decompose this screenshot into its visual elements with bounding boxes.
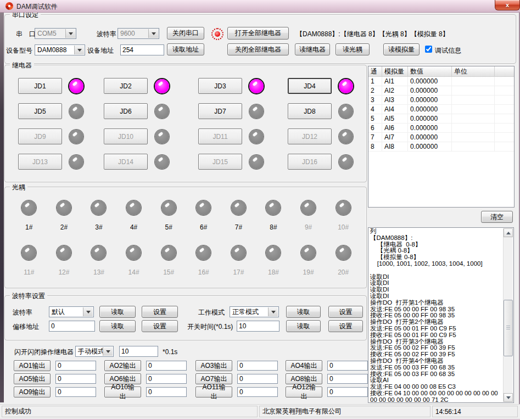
- table-row[interactable]: 4 AI4 0.000000: [368, 105, 514, 114]
- relay-button[interactable]: JD11: [198, 128, 242, 144]
- offset-read-button[interactable]: 读取: [99, 320, 136, 332]
- relay-button[interactable]: JD3: [198, 78, 242, 94]
- analog-output-input[interactable]: [146, 374, 187, 384]
- close-serial-button[interactable]: 关闭串口: [167, 27, 204, 40]
- device-model-combobox[interactable]: DAM0888: [35, 44, 85, 55]
- analog-output-input[interactable]: [146, 387, 187, 397]
- table-row[interactable]: 5 AI5 0.000000: [368, 114, 514, 124]
- flash-operate-label: 闪开闪闭操作继电器: [14, 348, 74, 357]
- log-scrollbar[interactable]: [503, 228, 513, 402]
- col-header-value[interactable]: 数值: [408, 66, 452, 76]
- analog-output-button[interactable]: AO4输出: [286, 360, 322, 371]
- table-row[interactable]: 6 AI6 0.000000: [368, 124, 514, 133]
- analog-output-button[interactable]: AO1输出: [14, 360, 51, 371]
- flash-time-input[interactable]: [119, 346, 158, 357]
- relay-button[interactable]: JD9: [18, 128, 62, 144]
- table-row[interactable]: 2 AI2 0.000000: [368, 86, 514, 96]
- read-relays-button[interactable]: 读继电器: [295, 43, 330, 55]
- switch-time-set-button[interactable]: 设置: [328, 320, 363, 332]
- chevron-down-icon[interactable]: [83, 307, 93, 316]
- title-bar[interactable]: DAM调试软件 x: [0, 0, 520, 13]
- offset-address-input[interactable]: [49, 321, 95, 332]
- relay-button[interactable]: JD6: [104, 103, 148, 119]
- offset-set-button[interactable]: 设置: [142, 320, 178, 332]
- relay-led-indicator: [69, 104, 83, 119]
- work-mode-read-button[interactable]: 读取: [286, 306, 321, 318]
- col-header-unit[interactable]: 单位: [452, 66, 495, 76]
- relay-button[interactable]: JD10: [104, 128, 148, 144]
- relay-button[interactable]: JD15: [198, 154, 242, 170]
- relay-button[interactable]: JD2: [104, 78, 148, 94]
- relay-button[interactable]: JD12: [288, 128, 332, 144]
- relay-button[interactable]: JD16: [288, 154, 332, 170]
- open-all-relays-button[interactable]: 打开全部继电器: [227, 27, 289, 40]
- analog-output-button[interactable]: AO12输出: [286, 387, 322, 397]
- col-header-channel[interactable]: 通: [368, 66, 382, 76]
- scroll-down-icon[interactable]: [504, 393, 513, 402]
- chevron-down-icon[interactable]: [74, 46, 84, 54]
- analog-output-button[interactable]: AO3输出: [195, 360, 232, 371]
- relay-button[interactable]: JD1: [18, 78, 62, 94]
- read-analog-button[interactable]: 读模拟量: [383, 43, 420, 55]
- switch-time-read-button[interactable]: 读取: [286, 320, 321, 332]
- analog-output-input[interactable]: [55, 374, 96, 384]
- relay-led-indicator: [249, 79, 264, 93]
- scrollbar-thumb[interactable]: [504, 300, 513, 356]
- flash-mode-combobox[interactable]: 手动模式: [75, 346, 114, 357]
- port-combobox[interactable]: COM5: [35, 28, 76, 39]
- read-address-button[interactable]: 读取地址: [167, 43, 204, 55]
- table-row[interactable]: 3 AI3 0.000000: [368, 96, 514, 105]
- switch-time-input[interactable]: [237, 321, 279, 332]
- debug-info-checkbox[interactable]: [425, 46, 432, 53]
- relay-group: 继电器 JD1 JD2 JD3 JD4 JD5: [4, 65, 367, 182]
- analog-table-header: 通 模拟量 数值 单位: [368, 66, 514, 77]
- baudrate-combobox[interactable]: 9600: [118, 28, 159, 39]
- analog-output-input[interactable]: [55, 387, 96, 397]
- analog-output-button[interactable]: AO9输出: [14, 387, 51, 397]
- analog-output-button[interactable]: AO5输出: [14, 373, 51, 384]
- chevron-down-icon[interactable]: [268, 307, 278, 316]
- analog-output-input[interactable]: [237, 361, 278, 371]
- analog-output-input[interactable]: [327, 374, 368, 384]
- scroll-up-icon[interactable]: [504, 228, 513, 237]
- analog-output-input[interactable]: [237, 374, 278, 384]
- baud-set-button[interactable]: 设置: [142, 306, 178, 318]
- work-mode-set-button[interactable]: 设置: [328, 306, 363, 318]
- baud-read-button[interactable]: 读取: [99, 306, 136, 318]
- table-row[interactable]: 7 AI7 0.000000: [368, 133, 514, 142]
- analog-output-input[interactable]: [237, 387, 278, 397]
- col-header-analog[interactable]: 模拟量: [382, 66, 408, 76]
- chevron-down-icon[interactable]: [65, 29, 75, 38]
- analog-output-input[interactable]: [146, 361, 187, 371]
- device-address-input[interactable]: [120, 44, 164, 55]
- close-all-relays-button[interactable]: 关闭全部继电器: [227, 43, 289, 55]
- analog-output-button[interactable]: AO11输出: [195, 387, 232, 397]
- baudrate-cfg-combobox[interactable]: 默认: [49, 306, 94, 317]
- chevron-down-icon[interactable]: [103, 347, 113, 356]
- opto-led-indicator: [161, 200, 176, 215]
- chevron-down-icon[interactable]: [148, 29, 158, 38]
- relay-button[interactable]: JD14: [104, 154, 148, 170]
- analog-output-input[interactable]: [327, 387, 368, 397]
- log-panel[interactable]: 列 【DAM0888】: 【继电器 0-8】 【光耦 0-8】 【模拟量 0-8…: [368, 227, 514, 403]
- analog-output-button[interactable]: AO10输出: [104, 387, 141, 397]
- relay-led-indicator: [249, 104, 264, 119]
- relay-button[interactable]: JD13: [18, 154, 62, 170]
- relay-button[interactable]: JD4: [288, 78, 332, 94]
- relay-button[interactable]: JD8: [288, 103, 332, 119]
- clear-log-button[interactable]: 清空: [481, 211, 513, 223]
- relay-button[interactable]: JD5: [18, 103, 62, 119]
- analog-output-input[interactable]: [55, 361, 96, 371]
- analog-output-input[interactable]: [327, 361, 368, 371]
- device-model-label: 设备型号: [6, 46, 32, 55]
- close-button[interactable]: x: [495, 0, 520, 10]
- work-mode-combobox[interactable]: 正常模式: [230, 306, 279, 317]
- relay-button[interactable]: JD7: [198, 103, 242, 119]
- read-opto-button[interactable]: 读光耦: [336, 43, 370, 55]
- table-row[interactable]: 1 AI1 0.000000: [368, 77, 514, 86]
- table-row[interactable]: 8 AI8 0.000000: [368, 142, 514, 152]
- opto-label: 3#: [95, 223, 102, 231]
- opto-cell: 12#: [47, 245, 82, 276]
- analog-output-button[interactable]: AO2输出: [104, 360, 141, 371]
- analog-output-cell: AO9输出: [14, 387, 104, 397]
